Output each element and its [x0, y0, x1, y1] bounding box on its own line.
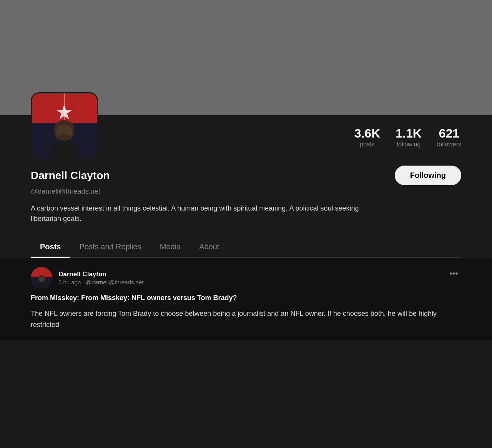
avatar	[31, 92, 98, 159]
stat-posts[interactable]: 3.6K posts	[354, 127, 381, 148]
following-label: following	[397, 141, 421, 148]
following-count: 1.1K	[396, 127, 422, 140]
post-avatar	[31, 267, 52, 289]
avatar-container	[31, 92, 98, 159]
post-item: Darnell Clayton 5 hr. ago · @darnell@thr…	[0, 258, 492, 340]
profile-name-row: Darnell Clayton Following	[31, 166, 461, 185]
tab-about[interactable]: About	[190, 236, 228, 257]
post-time: 5 hr. ago	[58, 279, 81, 285]
post-meta: 5 hr. ago · @darnell@threads.net	[58, 279, 143, 285]
post-author-info: Darnell Clayton 5 hr. ago · @darnell@thr…	[58, 270, 143, 285]
tab-posts-replies[interactable]: Posts and Replies	[70, 236, 150, 257]
stat-followers[interactable]: 621 followers	[437, 127, 461, 148]
svg-point-8	[59, 134, 70, 140]
tabs-section: Posts Posts and Replies Media About	[31, 236, 461, 258]
post-author-row: Darnell Clayton 5 hr. ago · @darnell@thr…	[31, 267, 143, 289]
stat-following[interactable]: 1.1K following	[396, 127, 422, 148]
post-title: From Misskey: From Misskey: NFL owners v…	[31, 293, 461, 303]
profile-top-row: 3.6K posts 1.1K following 621 followers	[31, 115, 461, 159]
posts-label: posts	[360, 141, 374, 148]
profile-section: 3.6K posts 1.1K following 621 followers …	[0, 115, 492, 258]
post-handle: @darnell@threads.net	[86, 279, 144, 285]
followers-count: 621	[439, 127, 459, 140]
stats-row: 3.6K posts 1.1K following 621 followers	[354, 119, 461, 148]
tab-posts[interactable]: Posts	[31, 236, 70, 257]
profile-handle: @darnell@threads.net	[31, 187, 461, 196]
post-author-name: Darnell Clayton	[58, 270, 143, 278]
svg-point-14	[39, 277, 44, 282]
posts-feed: Darnell Clayton 5 hr. ago · @darnell@thr…	[0, 258, 492, 340]
profile-name: Darnell Clayton	[31, 169, 110, 182]
post-handle-sep: ·	[83, 279, 86, 285]
post-header: Darnell Clayton 5 hr. ago · @darnell@thr…	[31, 267, 461, 289]
post-body: The NFL owners are forcing Tom Brady to …	[31, 308, 461, 330]
tab-media[interactable]: Media	[151, 236, 190, 257]
following-button[interactable]: Following	[395, 166, 461, 185]
posts-count: 3.6K	[354, 127, 381, 140]
post-menu-button[interactable]: •••	[446, 267, 461, 280]
profile-bio: A carbon vessel interest in all things c…	[31, 203, 377, 224]
followers-label: followers	[437, 141, 461, 148]
